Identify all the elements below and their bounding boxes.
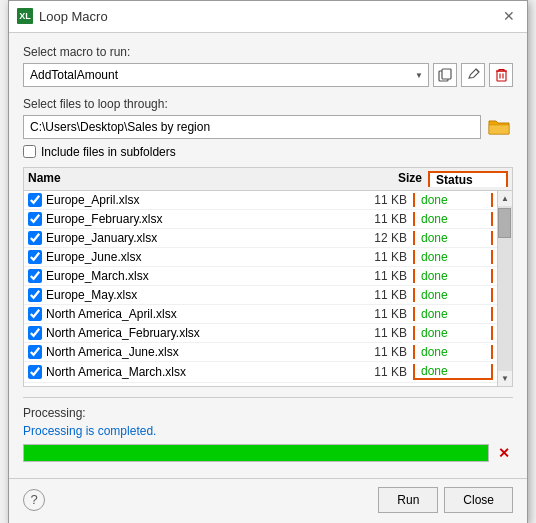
files-label: Select files to loop through: xyxy=(23,97,513,111)
delete-icon xyxy=(495,68,508,82)
table-row: Europe_February.xlsx11 KBdone xyxy=(24,210,497,229)
include-subfolders-row: Include files in subfolders xyxy=(23,145,513,159)
file-name: North America_February.xlsx xyxy=(46,326,358,340)
progress-bar-fill xyxy=(24,445,488,461)
progress-row: ✕ xyxy=(23,444,513,462)
file-name: Europe_March.xlsx xyxy=(46,269,358,283)
file-status: done xyxy=(413,288,493,302)
main-window: XL Loop Macro ✕ Select macro to run: Add… xyxy=(8,0,528,523)
file-input-row xyxy=(23,115,513,139)
table-row: North America_June.xlsx11 KBdone xyxy=(24,343,497,362)
processing-complete-text: Processing is completed. xyxy=(23,424,513,438)
col-status-header: Status xyxy=(428,171,508,187)
scrollbar[interactable]: ▲ ▼ xyxy=(497,191,512,386)
scroll-thumb[interactable] xyxy=(498,208,511,238)
help-button[interactable]: ? xyxy=(23,489,45,511)
copy-macro-button[interactable] xyxy=(433,63,457,87)
file-checkbox[interactable] xyxy=(28,288,42,302)
file-checkbox[interactable] xyxy=(28,231,42,245)
file-list-header: Name Size Status xyxy=(24,168,512,191)
table-row: Europe_January.xlsx12 KBdone xyxy=(24,229,497,248)
table-row: North America_April.xlsx11 KBdone xyxy=(24,305,497,324)
include-subfolders-checkbox[interactable] xyxy=(23,145,36,158)
file-status: done xyxy=(413,326,493,340)
file-size: 12 KB xyxy=(358,231,413,245)
file-size: 11 KB xyxy=(358,307,413,321)
file-status: done xyxy=(413,307,493,321)
macro-select[interactable]: AddTotalAmount xyxy=(23,63,429,87)
run-button[interactable]: Run xyxy=(378,487,438,513)
file-list-scroll[interactable]: Europe_April.xlsx11 KBdoneEurope_Februar… xyxy=(24,191,497,386)
scroll-up-arrow[interactable]: ▲ xyxy=(498,191,513,206)
footer: ? Run Close xyxy=(9,478,527,523)
svg-rect-1 xyxy=(442,69,451,79)
file-status: done xyxy=(413,345,493,359)
macro-label: Select macro to run: xyxy=(23,45,513,59)
file-size: 11 KB xyxy=(358,365,413,379)
col-name-header: Name xyxy=(28,171,373,187)
file-name: North America_June.xlsx xyxy=(46,345,358,359)
file-size: 11 KB xyxy=(358,250,413,264)
macro-row: AddTotalAmount xyxy=(23,63,513,87)
browse-folder-button[interactable] xyxy=(485,115,513,139)
title-bar: XL Loop Macro ✕ xyxy=(9,1,527,33)
scroll-down-arrow[interactable]: ▼ xyxy=(498,371,513,386)
table-row: Europe_June.xlsx11 KBdone xyxy=(24,248,497,267)
file-name: North America_March.xlsx xyxy=(46,365,358,379)
file-checkbox[interactable] xyxy=(28,345,42,359)
delete-macro-button[interactable] xyxy=(489,63,513,87)
file-path-input[interactable] xyxy=(23,115,481,139)
file-size: 11 KB xyxy=(358,269,413,283)
window-close-button[interactable]: ✕ xyxy=(499,6,519,26)
file-status: done xyxy=(413,364,493,380)
file-name: Europe_February.xlsx xyxy=(46,212,358,226)
file-checkbox[interactable] xyxy=(28,326,42,340)
file-checkbox[interactable] xyxy=(28,212,42,226)
file-checkbox[interactable] xyxy=(28,307,42,321)
file-list-container: Name Size Status Europe_April.xlsx11 KBd… xyxy=(23,167,513,387)
scroll-track xyxy=(498,206,512,371)
file-name: Europe_June.xlsx xyxy=(46,250,358,264)
content-area: Select macro to run: AddTotalAmount xyxy=(9,33,527,478)
file-size: 11 KB xyxy=(358,288,413,302)
file-status: done xyxy=(413,269,493,283)
file-size: 11 KB xyxy=(358,345,413,359)
table-row: Europe_March.xlsx11 KBdone xyxy=(24,267,497,286)
file-checkbox[interactable] xyxy=(28,269,42,283)
file-checkbox[interactable] xyxy=(28,365,42,379)
table-row: North America_March.xlsx11 KBdone xyxy=(24,362,497,383)
progress-bar xyxy=(23,444,489,462)
file-size: 11 KB xyxy=(358,193,413,207)
svg-rect-2 xyxy=(497,71,506,81)
file-status: done xyxy=(413,231,493,245)
processing-section: Processing: Processing is completed. ✕ xyxy=(23,397,513,462)
file-checkbox[interactable] xyxy=(28,250,42,264)
file-name: Europe_April.xlsx xyxy=(46,193,358,207)
file-name: Europe_May.xlsx xyxy=(46,288,358,302)
window-title: Loop Macro xyxy=(39,9,499,24)
file-name: Europe_January.xlsx xyxy=(46,231,358,245)
close-button[interactable]: Close xyxy=(444,487,513,513)
table-row: North America_February.xlsx11 KBdone xyxy=(24,324,497,343)
include-subfolders-label: Include files in subfolders xyxy=(41,145,176,159)
table-row: Europe_May.xlsx11 KBdone xyxy=(24,286,497,305)
file-status: done xyxy=(413,193,493,207)
cancel-button[interactable]: ✕ xyxy=(495,444,513,462)
file-status: done xyxy=(413,250,493,264)
folder-icon xyxy=(488,118,510,136)
table-row: Europe_April.xlsx11 KBdone xyxy=(24,191,497,210)
app-icon: XL xyxy=(17,8,33,24)
file-checkbox[interactable] xyxy=(28,193,42,207)
edit-icon xyxy=(467,68,480,81)
col-size-header: Size xyxy=(373,171,428,187)
file-status: done xyxy=(413,212,493,226)
macro-select-wrapper[interactable]: AddTotalAmount xyxy=(23,63,429,87)
processing-label: Processing: xyxy=(23,406,513,420)
file-size: 11 KB xyxy=(358,212,413,226)
file-name: North America_April.xlsx xyxy=(46,307,358,321)
copy-icon xyxy=(438,68,452,82)
file-size: 11 KB xyxy=(358,326,413,340)
edit-macro-button[interactable] xyxy=(461,63,485,87)
